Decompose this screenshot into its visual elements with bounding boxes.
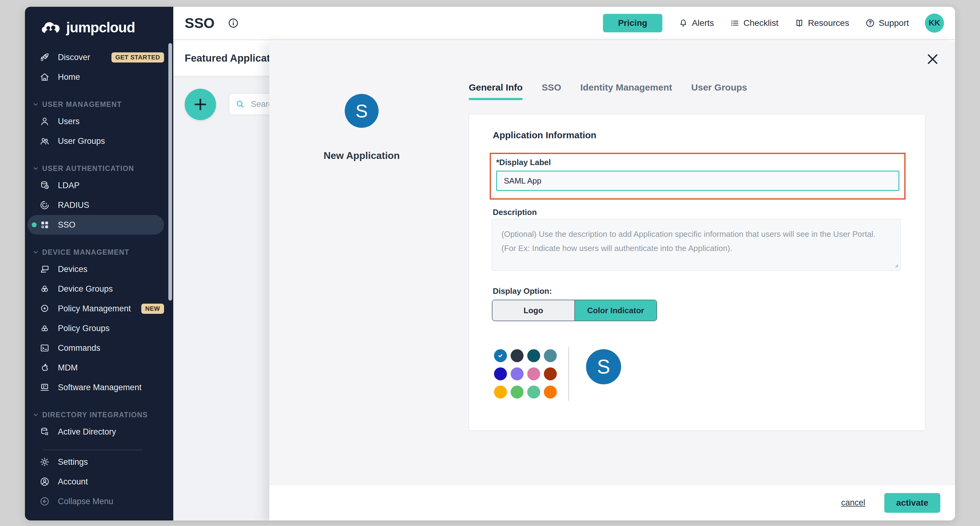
bell-icon [678, 18, 688, 28]
chevron-down-icon [32, 411, 39, 418]
section-label: USER AUTHENTICATION [42, 164, 134, 173]
sidebar-item-label: RADIUS [58, 201, 89, 210]
tab-identity-management[interactable]: Identity Management [580, 82, 672, 110]
alerts-button[interactable]: Alerts [678, 18, 714, 28]
sidebar-item-policy-management[interactable]: Policy Management NEW [27, 299, 164, 319]
sidebar-item-mdm[interactable]: MDM [27, 358, 164, 378]
support-button[interactable]: Support [865, 18, 909, 28]
chevron-down-icon [32, 249, 39, 256]
activate-button[interactable]: activate [884, 493, 940, 513]
sidebar-item-commands[interactable]: Commands [27, 338, 164, 358]
modal-tabs: General Info SSO Identity Management Use… [469, 82, 747, 110]
sidebar-item-radius[interactable]: RADIUS [27, 195, 164, 215]
policy-group-icon [40, 323, 50, 333]
close-icon[interactable] [924, 51, 941, 67]
sidebar-item-active-directory[interactable]: Active Directory [27, 422, 164, 442]
tab-general-info[interactable]: General Info [469, 82, 523, 110]
checklist-label: Checklist [743, 18, 778, 28]
database-clock-icon [40, 180, 50, 191]
book-icon [794, 18, 804, 28]
sidebar-item-ldap[interactable]: LDAP [27, 175, 164, 195]
application-name: New Application [315, 150, 408, 161]
color-swatch[interactable] [511, 367, 523, 380]
user-icon [40, 116, 50, 127]
sidebar-item-label: Device Groups [58, 284, 113, 294]
color-swatch[interactable] [511, 349, 523, 362]
sidebar-item-account[interactable]: Account [27, 472, 164, 491]
check-icon [496, 352, 504, 360]
display-label-input[interactable] [496, 171, 899, 191]
tab-sso[interactable]: SSO [542, 82, 561, 110]
swatch-preview-divider [568, 347, 569, 401]
color-indicator-segment-button[interactable]: Color Indicator [574, 300, 657, 320]
color-swatch[interactable] [511, 386, 523, 398]
sidebar-item-label: MDM [58, 363, 78, 373]
user-avatar[interactable]: KK [925, 14, 944, 33]
plus-icon [192, 96, 208, 112]
sidebar-item-label: Discover [58, 53, 90, 62]
chevron-down-icon [32, 101, 39, 108]
active-directory-icon [40, 427, 50, 437]
grid-icon [40, 220, 50, 230]
color-preview-avatar: S [586, 349, 621, 384]
sidebar-item-home[interactable]: Home [27, 67, 164, 87]
color-swatch[interactable] [494, 386, 507, 398]
sidebar-item-discover[interactable]: Discover GET STARTED [27, 48, 164, 67]
sidebar-section-directory-integrations[interactable]: DIRECTORY INTEGRATIONS [25, 408, 173, 422]
sidebar-item-sso[interactable]: SSO [27, 215, 164, 235]
sidebar-item-user-groups[interactable]: User Groups [27, 131, 164, 151]
sidebar-item-device-groups[interactable]: Device Groups [27, 279, 164, 299]
get-started-badge: GET STARTED [111, 53, 164, 62]
alerts-label: Alerts [692, 18, 714, 28]
application-summary: S New Application [315, 94, 408, 161]
pricing-button[interactable]: Pricing [603, 14, 662, 32]
tab-label: SSO [542, 82, 561, 92]
section-label: USER MANAGEMENT [42, 100, 122, 109]
color-swatch[interactable] [544, 349, 557, 362]
color-swatch[interactable] [544, 386, 557, 398]
devices-icon [40, 264, 50, 274]
sidebar-section-user-authentication[interactable]: USER AUTHENTICATION [25, 161, 173, 175]
color-swatch-selected[interactable] [494, 349, 507, 362]
add-application-button[interactable] [185, 89, 216, 120]
color-swatch[interactable] [527, 349, 540, 362]
sidebar-item-collapse-menu[interactable]: Collapse Menu [27, 491, 164, 511]
sidebar-item-label: Home [58, 72, 80, 82]
help-icon [865, 18, 875, 28]
sidebar-item-devices[interactable]: Devices [27, 259, 164, 279]
sidebar-section-device-management[interactable]: DEVICE MANAGEMENT [25, 245, 173, 259]
software-icon [40, 382, 50, 393]
sidebar-divider [43, 449, 143, 450]
checklist-button[interactable]: Checklist [730, 18, 778, 28]
sidebar-item-settings[interactable]: Settings [27, 452, 164, 472]
color-swatch[interactable] [527, 386, 540, 398]
collapse-icon [40, 496, 50, 507]
color-swatch[interactable] [544, 367, 557, 380]
sidebar-scrollbar[interactable] [169, 43, 172, 301]
display-label-highlight-box: *Display Label [490, 153, 905, 199]
color-swatch[interactable] [494, 367, 507, 380]
sidebar-item-label: Policy Groups [58, 324, 110, 333]
sidebar-item-label: Settings [58, 457, 88, 467]
jumpcloud-logo[interactable]: jumpcloud [25, 7, 173, 45]
sidebar-item-label: Active Directory [58, 427, 116, 437]
page-title: SSO [185, 15, 215, 32]
terminal-icon [40, 343, 50, 353]
display-option-toggle: Logo Color Indicator [492, 300, 657, 321]
sidebar-item-software-management[interactable]: Software Management [27, 378, 164, 397]
description-textarea[interactable] [492, 219, 900, 271]
resources-button[interactable]: Resources [794, 18, 849, 28]
sidebar-section-user-management[interactable]: USER MANAGEMENT [25, 97, 173, 112]
tab-user-groups[interactable]: User Groups [691, 82, 747, 110]
cancel-button[interactable]: cancel [841, 498, 865, 507]
logo-segment-button[interactable]: Logo [492, 300, 574, 320]
display-option-label: Display Option: [493, 286, 552, 296]
sidebar-item-users[interactable]: Users [27, 112, 164, 131]
description-label: Description [493, 207, 537, 217]
color-swatch[interactable] [527, 367, 540, 380]
apple-icon [40, 362, 50, 373]
info-icon[interactable] [228, 17, 239, 29]
sidebar-item-policy-groups[interactable]: Policy Groups [27, 319, 164, 338]
sidebar-item-label: Policy Management [58, 304, 131, 314]
sidebar-item-label: Commands [58, 343, 100, 353]
